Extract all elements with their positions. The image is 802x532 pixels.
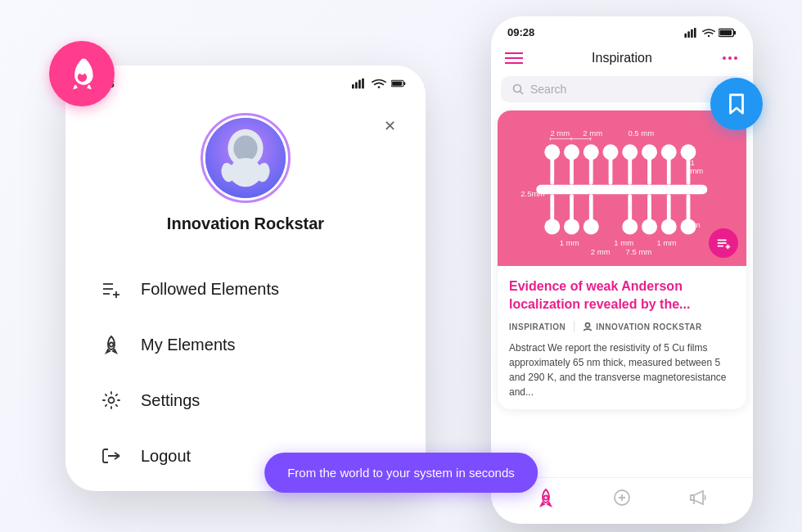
svg-text:2.5mm: 2.5mm — [521, 189, 545, 198]
svg-rect-31 — [734, 30, 736, 34]
card-abstract: Abstract We report the resistivity of 5 … — [509, 340, 735, 399]
right-statusbar: 09:28 — [491, 16, 753, 43]
svg-rect-1 — [352, 84, 354, 88]
svg-point-67 — [642, 219, 657, 234]
svg-point-65 — [622, 219, 638, 234]
svg-rect-62 — [589, 194, 593, 221]
avatar-inner — [205, 118, 286, 198]
left-statusbar: 09:28 — [65, 65, 426, 97]
add-to-list-button[interactable] — [709, 228, 738, 258]
my-elements-label: My Elements — [141, 336, 236, 354]
svg-point-55 — [661, 144, 677, 160]
svg-point-38 — [734, 56, 737, 60]
author-icon — [583, 322, 592, 331]
right-signal-icon — [684, 28, 699, 38]
svg-rect-66 — [647, 194, 651, 221]
nav-rocket-icon[interactable] — [536, 488, 556, 507]
svg-text:mm: mm — [687, 220, 701, 229]
card-author: INNOVATION ROCKSTAR — [583, 322, 702, 331]
svg-text:7.5 mm: 7.5 mm — [626, 247, 652, 256]
svg-rect-64 — [629, 194, 633, 221]
svg-point-21 — [109, 398, 115, 404]
right-status-icons — [684, 28, 737, 38]
svg-text:0.5 mm: 0.5 mm — [629, 128, 655, 137]
svg-text:1 mm: 1 mm — [615, 237, 634, 246]
nav-megaphone-icon[interactable] — [688, 488, 708, 507]
menu-item-settings[interactable]: Settings — [98, 372, 393, 428]
astronaut-illustration — [205, 118, 286, 198]
svg-text:mm: mm — [691, 165, 704, 174]
svg-text:2 mm: 2 mm — [583, 128, 603, 137]
hamburger-icon[interactable] — [504, 48, 524, 68]
svg-rect-44 — [570, 157, 574, 184]
svg-point-61 — [564, 219, 579, 234]
svg-rect-58 — [551, 194, 555, 221]
svg-point-51 — [622, 144, 638, 160]
svg-point-53 — [642, 144, 657, 160]
svg-point-37 — [728, 56, 732, 60]
close-button[interactable]: ✕ — [378, 115, 401, 138]
menu-item-followed-elements[interactable]: Followed Elements — [98, 261, 393, 317]
right-wifi-icon — [702, 28, 715, 38]
svg-rect-25 — [684, 33, 687, 37]
svg-rect-52 — [647, 157, 651, 184]
svg-rect-3 — [358, 80, 361, 89]
svg-rect-26 — [687, 31, 690, 38]
search-placeholder: Search — [530, 83, 566, 96]
svg-rect-27 — [691, 29, 693, 37]
svg-rect-2 — [355, 82, 358, 88]
svg-point-69 — [661, 219, 677, 234]
more-options-icon[interactable] — [720, 48, 740, 68]
svg-point-45 — [564, 144, 579, 160]
card-title: Evidence of weak Anderson localization r… — [509, 277, 735, 313]
profile-section: Innovation Rockstar — [65, 97, 426, 253]
left-phone: 09:28 — [65, 65, 426, 491]
right-battery-icon — [719, 28, 737, 38]
card-content: Evidence of weak Anderson localization r… — [498, 266, 746, 409]
author-name: INNOVATION ROCKSTAR — [596, 322, 702, 331]
toast-notification: From the world to your system in seconds — [264, 453, 538, 493]
bookmark-button[interactable] — [710, 78, 763, 130]
signal-icon — [352, 78, 367, 89]
meta-divider — [574, 321, 574, 332]
right-header: Inspiration — [491, 43, 753, 76]
svg-point-11 — [233, 136, 257, 161]
rocket-logo-icon — [64, 56, 101, 92]
svg-rect-48 — [609, 157, 613, 184]
svg-point-49 — [603, 144, 619, 160]
svg-point-20 — [110, 343, 114, 347]
svg-rect-68 — [667, 194, 671, 221]
svg-rect-8 — [392, 81, 402, 85]
avatar — [200, 113, 291, 203]
svg-text:1 mm: 1 mm — [657, 237, 677, 246]
toast-text: From the world to your system in seconds — [287, 466, 515, 480]
nav-add-icon[interactable] — [612, 488, 632, 507]
logout-label: Logout — [141, 447, 191, 466]
svg-text:1 mm: 1 mm — [560, 237, 579, 246]
bookmark-icon — [724, 92, 749, 116]
svg-rect-50 — [629, 157, 633, 184]
svg-rect-7 — [403, 82, 405, 85]
settings-icon — [98, 387, 124, 413]
wifi-icon — [372, 78, 386, 89]
svg-text:2 mm: 2 mm — [551, 128, 570, 137]
logout-icon — [98, 443, 124, 469]
svg-point-5 — [378, 86, 381, 88]
svg-point-95 — [586, 323, 590, 327]
svg-point-59 — [544, 219, 560, 234]
search-icon — [512, 83, 524, 95]
svg-rect-32 — [719, 29, 732, 34]
right-header-title: Inspiration — [524, 51, 720, 65]
svg-point-0 — [79, 67, 85, 74]
card-meta: INSPIRATION INNOVATION ROCKSTAR — [509, 321, 735, 332]
svg-rect-54 — [667, 157, 671, 184]
list-plus-icon — [98, 276, 124, 302]
background: 09:28 — [0, 0, 802, 532]
rocket-menu-icon — [98, 331, 124, 358]
rocket-logo[interactable] — [49, 41, 115, 106]
search-bar[interactable]: Search — [501, 76, 743, 102]
menu-item-my-elements[interactable]: My Elements — [98, 317, 393, 372]
svg-rect-28 — [694, 28, 696, 38]
card-tag: INSPIRATION — [509, 322, 565, 331]
svg-point-63 — [583, 219, 599, 234]
